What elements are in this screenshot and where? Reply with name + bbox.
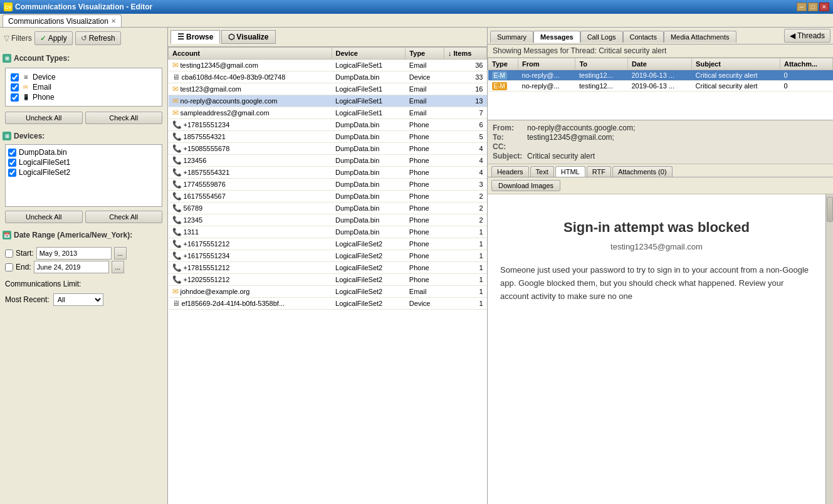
- browse-icon: ☰: [177, 33, 184, 41]
- account-types-check-all-button[interactable]: Check All: [85, 112, 163, 124]
- cell-account: 🖥 ef185669-2d4-41f4-b0fd-5358bf...: [169, 298, 332, 310]
- logicalfileset2-checkbox[interactable]: [8, 169, 16, 177]
- col-type: Type: [406, 48, 444, 60]
- subject-label: Subject:: [493, 152, 527, 160]
- tab-media-attachments[interactable]: Media Attachments: [664, 31, 736, 43]
- cell-account: ✉ johndoe@example.org: [169, 286, 332, 298]
- phone-checkbox[interactable]: [11, 93, 19, 102]
- start-date-checkbox[interactable]: [5, 249, 13, 258]
- end-date-picker-button[interactable]: ...: [112, 261, 124, 273]
- msg-col-attachments: Attachm...: [780, 58, 832, 70]
- most-recent-select[interactable]: All 100 500 1000: [53, 293, 103, 306]
- refresh-button[interactable]: ↺ Refresh: [75, 31, 121, 45]
- mtab-attachments[interactable]: Attachments (0): [612, 166, 673, 177]
- table-row[interactable]: 📞 +18575554321 DumpData.bin Phone 4: [169, 167, 487, 179]
- cell-items: 1: [444, 226, 487, 238]
- cell-type: Email: [406, 107, 444, 119]
- check-icon: ✓: [40, 34, 46, 43]
- download-images-button[interactable]: Download Images: [491, 180, 560, 191]
- cell-type: Device: [406, 298, 444, 310]
- filter-icon: ▽: [4, 34, 9, 43]
- table-row[interactable]: 🖥 cba6108d-f4cc-40e9-83b9-0f2748 DumpDat…: [169, 71, 487, 83]
- table-row[interactable]: 🖥 ef185669-2d4-41f4-b0fd-5358bf... Logic…: [169, 298, 487, 310]
- cell-device: LogicalFileSet1: [332, 107, 406, 119]
- table-row[interactable]: ✉ testing12345@gmail.com LogicalFileSet1…: [169, 60, 487, 71]
- table-row[interactable]: 📞 1311 DumpData.bin Phone 1: [169, 226, 487, 238]
- start-date-input[interactable]: [36, 247, 112, 260]
- download-bar: Download Images: [488, 177, 833, 194]
- minimize-button[interactable]: ─: [797, 3, 807, 11]
- table-row[interactable]: ✉ no-reply@accounts.google.com LogicalFi…: [169, 95, 487, 107]
- end-date-checkbox[interactable]: [5, 263, 13, 271]
- cell-device: DumpData.bin: [332, 143, 406, 155]
- browse-button[interactable]: ☰ Browse: [170, 30, 220, 44]
- mtab-html[interactable]: HTML: [555, 166, 585, 177]
- table-row[interactable]: 📞 16175554567 DumpData.bin Phone 2: [169, 191, 487, 202]
- table-row[interactable]: ✉ johndoe@example.org LogicalFileSet2 Em…: [169, 286, 487, 298]
- visualize-button[interactable]: ⬡ Visualize: [221, 30, 275, 44]
- account-types-uncheck-all-button[interactable]: Uncheck All: [5, 112, 83, 124]
- cell-items: 1: [444, 274, 487, 286]
- cell-account: 📞 +17815551234: [169, 119, 332, 131]
- tab-call-logs[interactable]: Call Logs: [580, 31, 623, 43]
- threads-button[interactable]: ◀ Threads: [784, 29, 830, 43]
- window-title: Communications Visualization - Editor: [15, 3, 152, 11]
- scroll-thumb[interactable]: [827, 197, 833, 222]
- cell-type: Phone: [406, 119, 444, 131]
- device-logicalfileset2: LogicalFileSet2: [8, 167, 159, 177]
- close-button[interactable]: ✕: [819, 3, 829, 11]
- cell-account: 🖥 cba6108d-f4cc-40e9-83b9-0f2748: [169, 71, 332, 83]
- account-types-section: ⊞ Account Types:: [3, 53, 165, 64]
- table-row[interactable]: 📞 18575554321 DumpData.bin Phone 5: [169, 131, 487, 143]
- mtab-rtf[interactable]: RTF: [587, 166, 611, 177]
- from-value: no-reply@accounts.google.com;: [527, 123, 635, 132]
- cell-account: 📞 1311: [169, 226, 332, 238]
- table-row[interactable]: 📞 +17815551234 DumpData.bin Phone 6: [169, 119, 487, 131]
- app-icon: CV: [4, 3, 13, 11]
- table-row[interactable]: 📞 +16175551212 LogicalFileSet2 Phone 1: [169, 238, 487, 250]
- cell-items: 13: [444, 95, 487, 107]
- device-icon: 🖥: [21, 73, 30, 81]
- table-row[interactable]: 📞 +12025551212 LogicalFileSet2 Phone 1: [169, 274, 487, 286]
- tab-close-icon[interactable]: ✕: [111, 18, 116, 24]
- device-checkbox[interactable]: [11, 73, 19, 81]
- cell-items: 2: [444, 214, 487, 226]
- msg-col-type: Type: [488, 58, 518, 70]
- tab-summary[interactable]: Summary: [490, 31, 533, 43]
- message-row[interactable]: E-M no-reply@... testing12... 2019-06-13…: [488, 70, 833, 81]
- tab-contacts[interactable]: Contacts: [623, 31, 664, 43]
- tab-messages[interactable]: Messages: [533, 31, 580, 43]
- devices-section: ⊞ Devices:: [3, 130, 165, 142]
- table-row[interactable]: 📞 +17815551212 LogicalFileSet2 Phone 1: [169, 262, 487, 274]
- mtab-text[interactable]: Text: [530, 166, 554, 177]
- mtab-headers[interactable]: Headers: [491, 166, 529, 177]
- email-label: Email: [33, 83, 51, 92]
- cell-account: 📞 56789: [169, 202, 332, 214]
- table-row[interactable]: 📞 +15085555678 DumpData.bin Phone 4: [169, 143, 487, 155]
- end-date-input[interactable]: [34, 261, 109, 273]
- cell-type: Phone: [406, 214, 444, 226]
- apply-button[interactable]: ✓ Apply: [34, 31, 73, 45]
- email-checkbox[interactable]: [11, 83, 19, 92]
- devices-box: DumpData.bin LogicalFileSet1 LogicalFile…: [5, 144, 162, 207]
- logicalfileset1-checkbox[interactable]: [8, 159, 16, 167]
- tab-communications-visualization[interactable]: Communications Visualization ✕: [3, 14, 122, 27]
- table-row[interactable]: 📞 +16175551234 LogicalFileSet2 Phone 1: [169, 250, 487, 262]
- devices-check-all-button[interactable]: Check All: [85, 211, 163, 223]
- msg-cell-type: E-M: [488, 81, 518, 92]
- html-scrollbar[interactable]: [825, 194, 833, 504]
- table-row[interactable]: ✉ sampleaddress2@gmail.com LogicalFileSe…: [169, 107, 487, 119]
- most-recent-row: Most Recent: All 100 500 1000: [5, 293, 162, 306]
- maximize-button[interactable]: □: [808, 3, 818, 11]
- start-date-row: Start: ...: [5, 247, 162, 260]
- devices-uncheck-all-button[interactable]: Uncheck All: [5, 211, 83, 223]
- table-row[interactable]: ✉ test123@gmail.com LogicalFileSet1 Emai…: [169, 83, 487, 95]
- start-date-picker-button[interactable]: ...: [114, 247, 127, 260]
- message-row[interactable]: E-M no-reply@... testing12... 2019-06-13…: [488, 81, 833, 92]
- dumpdata-checkbox[interactable]: [8, 149, 16, 157]
- table-row[interactable]: 📞 123456 DumpData.bin Phone 4: [169, 155, 487, 167]
- table-row[interactable]: 📞 17745559876 DumpData.bin Phone 3: [169, 179, 487, 191]
- account-type-email: ✉ Email: [11, 82, 157, 92]
- table-row[interactable]: 📞 56789 DumpData.bin Phone 2: [169, 202, 487, 214]
- table-row[interactable]: 📞 12345 DumpData.bin Phone 2: [169, 214, 487, 226]
